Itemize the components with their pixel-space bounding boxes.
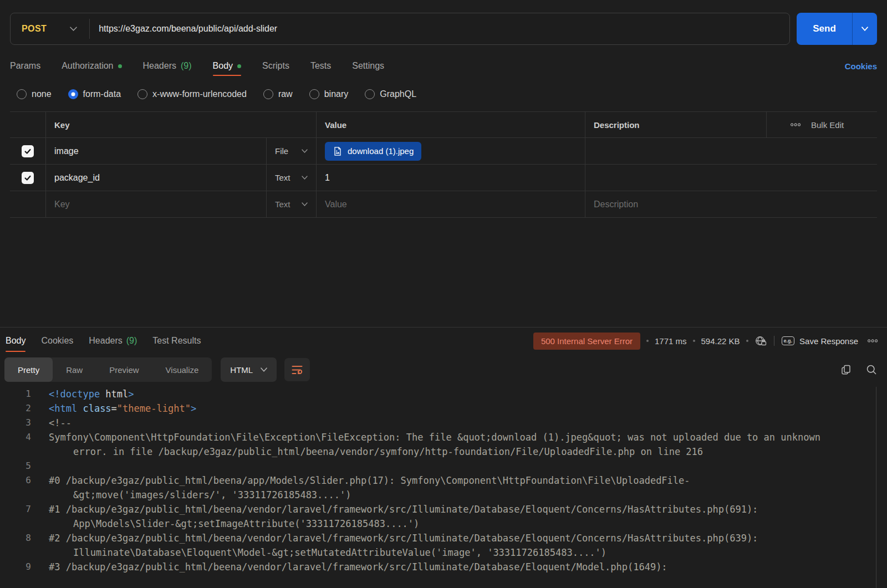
search-icon[interactable] [866,364,877,375]
column-header-description: Description [594,120,640,130]
chevron-down-icon [302,202,308,206]
chevron-down-icon [261,367,267,372]
radio-label: raw [278,89,293,99]
tab-label: Settings [352,61,384,71]
view-mode-control: Pretty Raw Preview Visualize [4,357,212,382]
tab-scripts[interactable]: Scripts [262,56,289,76]
radio-icon [309,89,319,99]
key-input-placeholder[interactable]: Key [54,200,70,209]
tab-tests[interactable]: Tests [310,56,331,76]
wrap-lines-icon [291,364,303,375]
headers-count-badge: (9) [126,336,137,346]
more-actions-icon[interactable] [867,339,878,343]
chevron-down-icon [861,27,868,31]
value-input-placeholder[interactable]: Value [325,200,347,209]
code-line-content: <!doctype html> [49,387,830,401]
radio-graphql[interactable]: GraphQL [365,89,416,99]
line-number: 4 [0,430,31,459]
url-row: POST https://e3gaz.com/beena/public/api/… [10,13,877,45]
line-number: 2 [0,401,31,416]
line-number: 7 [0,502,31,531]
description-input-placeholder[interactable]: Description [594,200,638,209]
description-input[interactable] [585,138,877,164]
copy-icon[interactable] [840,364,852,375]
line-number: 3 [0,416,31,430]
description-input[interactable] [585,165,877,191]
radio-form-data[interactable]: form-data [68,89,121,99]
select-all-cell [10,112,45,137]
row-checkbox-checked[interactable] [22,172,34,184]
type-selector[interactable]: File [266,138,316,164]
radio-label: GraphQL [380,89,416,99]
radio-icon [263,89,273,99]
form-data-table: Key Value Description Bulk Edit image [10,111,877,218]
response-tab-body[interactable]: Body [6,331,26,351]
tab-label: Body [6,336,26,346]
tab-label: Test Results [152,336,201,346]
view-mode-visualize[interactable]: Visualize [152,357,212,382]
file-image-icon [333,146,343,156]
tab-body[interactable]: Body [213,56,241,76]
key-input[interactable]: image [54,146,79,156]
check-icon [24,147,32,155]
file-attachment-chip[interactable]: download (1).jpeg [325,142,421,161]
send-label[interactable]: Send [797,13,852,45]
table-row-empty: Key Text Value Description [10,191,877,218]
value-input[interactable]: 1 [325,173,330,183]
table-row: image File download (1).jpeg [10,138,877,165]
code-line: 5 [0,459,887,473]
view-mode-preview[interactable]: Preview [96,357,152,382]
send-options-button[interactable] [852,13,877,45]
code-line-content: #1 /backup/e3gaz/public_html/beena/vendo… [49,502,830,531]
type-selector[interactable]: Text [266,165,316,191]
radio-raw[interactable]: raw [263,89,293,99]
wrap-lines-toggle[interactable] [284,358,310,381]
code-line: 8#2 /backup/e3gaz/public_html/beena/vend… [0,531,887,560]
code-line-content: Symfony\Component\HttpFoundation\File\Ex… [49,430,830,459]
chevron-down-icon [70,27,77,31]
response-body-code[interactable]: 1<!doctype html>2<html class="theme-ligh… [0,387,887,574]
tab-label: Tests [310,61,331,71]
tab-headers[interactable]: Headers (9) [143,56,192,76]
column-header-key: Key [54,120,70,130]
radio-x-www-form-urlencoded[interactable]: x-www-form-urlencoded [137,89,247,99]
code-line-content: #0 /backup/e3gaz/public_html/beena/app/M… [49,473,830,502]
radio-icon [365,89,375,99]
row-checkbox-checked[interactable] [22,145,34,157]
url-input[interactable]: https://e3gaz.com/beena/public/api/add-s… [90,24,277,34]
tab-label: Body [213,61,233,71]
status-badge[interactable]: 500 Internal Server Error [533,333,640,350]
send-button[interactable]: Send [797,13,877,45]
tab-settings[interactable]: Settings [352,56,384,76]
save-response-button[interactable]: Save Response [799,336,858,346]
format-selector[interactable]: HTML [221,357,277,382]
view-mode-pretty[interactable]: Pretty [4,357,53,382]
radio-none[interactable]: none [17,89,52,99]
bulk-edit-button[interactable]: Bulk Edit [766,112,877,137]
radio-binary[interactable]: binary [309,89,349,99]
code-line-content [49,459,830,473]
view-mode-raw[interactable]: Raw [53,357,96,382]
key-input[interactable]: package_id [54,173,100,183]
code-line: 6#0 /backup/e3gaz/public_html/beena/app/… [0,473,887,502]
code-line-content: <!-- [49,416,830,430]
response-tab-headers[interactable]: Headers (9) [89,331,137,351]
cookies-link[interactable]: Cookies [845,62,877,71]
divider [774,336,774,346]
tab-label: Params [10,61,40,71]
response-tab-test-results[interactable]: Test Results [152,331,201,351]
tab-label: Headers [143,61,176,71]
file-name: download (1).jpeg [348,146,414,156]
method-selector[interactable]: POST [11,24,89,34]
response-tab-cookies[interactable]: Cookies [41,331,73,351]
body-mode-radios: none form-data x-www-form-urlencoded raw… [10,85,877,104]
tab-params[interactable]: Params [10,56,40,76]
network-security-icon[interactable] [755,335,767,346]
response-size: 594.22 KB [701,336,740,346]
column-header-value: Value [325,120,346,130]
tab-authorization[interactable]: Authorization [62,56,121,76]
type-selector[interactable]: Text [266,191,316,217]
chevron-down-icon [302,149,308,153]
code-line-content: #3 /backup/e3gaz/public_html/beena/vendo… [49,560,830,574]
tab-label: Cookies [41,336,73,346]
